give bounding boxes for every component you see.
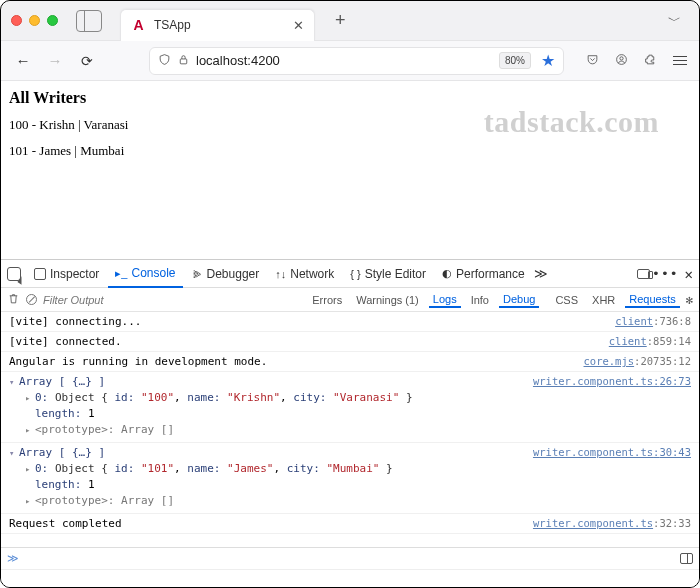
address-bar[interactable]: localhost:4200 80% ★ bbox=[149, 47, 564, 75]
disclosure-triangle-icon[interactable] bbox=[9, 445, 19, 461]
filter-requests[interactable]: Requests bbox=[625, 292, 679, 308]
console-icon: ▸_ bbox=[115, 267, 127, 280]
log-message: [vite] connecting... bbox=[9, 315, 141, 328]
console-filterbar: Errors Warnings (1) Logs Info Debug CSS … bbox=[1, 288, 699, 312]
filter-info[interactable]: Info bbox=[467, 293, 493, 307]
filter-errors[interactable]: Errors bbox=[308, 293, 346, 307]
tab-label: Performance bbox=[456, 267, 525, 281]
log-line: [vite] connected. client:859:14 bbox=[1, 332, 699, 352]
close-window-button[interactable] bbox=[11, 15, 22, 26]
forward-button: → bbox=[45, 52, 65, 69]
log-source[interactable]: client:736:8 bbox=[615, 315, 691, 327]
url-text: localhost:4200 bbox=[196, 53, 280, 68]
svg-rect-0 bbox=[180, 58, 187, 63]
menu-hamburger-icon[interactable] bbox=[673, 56, 687, 66]
array-header: Array [ {…} ] bbox=[19, 446, 105, 459]
disclosure-triangle-icon[interactable] bbox=[25, 422, 35, 438]
page-content: tadstack.com All Writers 100 - Krishn | … bbox=[1, 81, 699, 259]
console-prompt-icon: ≫ bbox=[7, 552, 19, 565]
extensions-icon[interactable] bbox=[644, 53, 657, 69]
log-message: Angular is running in development mode. bbox=[9, 355, 267, 368]
maximize-window-button[interactable] bbox=[47, 15, 58, 26]
new-tab-button[interactable]: + bbox=[335, 10, 346, 31]
writer-line: 100 - Krishn | Varanasi bbox=[9, 117, 691, 133]
tab-label: Style Editor bbox=[365, 267, 426, 281]
log-source[interactable]: client:859:14 bbox=[609, 335, 691, 347]
clear-console-icon[interactable] bbox=[7, 292, 20, 308]
log-message: Request completed bbox=[9, 517, 122, 530]
disclosure-triangle-icon[interactable] bbox=[25, 461, 35, 477]
tab-label: Console bbox=[131, 266, 175, 280]
log-line: Angular is running in development mode. … bbox=[1, 352, 699, 372]
console-log-area: [vite] connecting... client:736:8 [vite]… bbox=[1, 312, 699, 547]
filter-debug[interactable]: Debug bbox=[499, 292, 539, 308]
shield-icon bbox=[158, 53, 171, 69]
pocket-icon[interactable] bbox=[586, 53, 599, 69]
log-source[interactable]: core.mjs:20735:12 bbox=[584, 355, 691, 367]
window-titlebar: A TSApp ✕ + ﹀ bbox=[1, 1, 699, 41]
devtools-tabbar: Inspector ▸_Console ⫸Debugger ↑↓Network … bbox=[1, 260, 699, 288]
tab-network[interactable]: ↑↓Network bbox=[268, 260, 341, 287]
network-icon: ↑↓ bbox=[275, 268, 286, 280]
traffic-lights bbox=[11, 15, 58, 26]
disclosure-triangle-icon[interactable] bbox=[9, 374, 19, 390]
filter-warnings[interactable]: Warnings (1) bbox=[352, 293, 423, 307]
tab-title: TSApp bbox=[154, 18, 285, 32]
filter-css[interactable]: CSS bbox=[551, 293, 582, 307]
filter-output-input[interactable] bbox=[43, 294, 163, 306]
array-header: Array [ {…} ] bbox=[19, 375, 105, 388]
tab-performance[interactable]: ◐Performance bbox=[435, 260, 532, 287]
close-tab-icon[interactable]: ✕ bbox=[293, 18, 304, 33]
back-button[interactable]: ← bbox=[13, 52, 33, 69]
tab-label: Network bbox=[290, 267, 334, 281]
browser-toolbar: ← → ⟳ localhost:4200 80% ★ bbox=[1, 41, 699, 81]
debugger-icon: ⫸ bbox=[192, 268, 203, 280]
devtools-panel: Inspector ▸_Console ⫸Debugger ↑↓Network … bbox=[1, 259, 699, 587]
minimize-window-button[interactable] bbox=[29, 15, 40, 26]
disclosure-triangle-icon[interactable] bbox=[25, 390, 35, 406]
console-settings-icon[interactable]: ✻ bbox=[686, 293, 693, 307]
disable-icon[interactable] bbox=[26, 294, 37, 305]
devtools-menu-icon[interactable]: ••• bbox=[652, 266, 678, 281]
log-object[interactable]: Array [ {…} ] writer.component.ts:30:43 … bbox=[1, 443, 699, 514]
tab-debugger[interactable]: ⫸Debugger bbox=[185, 260, 267, 287]
performance-icon: ◐ bbox=[442, 267, 452, 280]
log-source[interactable]: writer.component.ts:30:43 bbox=[533, 445, 691, 461]
log-source[interactable]: writer.component.ts:32:33 bbox=[533, 517, 691, 529]
tabs-overflow-chevron-icon[interactable]: ﹀ bbox=[660, 12, 689, 30]
log-object[interactable]: Array [ {…} ] writer.component.ts:26:73 … bbox=[1, 372, 699, 443]
tab-label: Debugger bbox=[207, 267, 260, 281]
style-editor-icon: { } bbox=[350, 268, 360, 280]
svg-point-2 bbox=[620, 56, 623, 59]
element-picker-icon[interactable] bbox=[7, 267, 21, 281]
tab-label: Inspector bbox=[50, 267, 99, 281]
reload-button[interactable]: ⟳ bbox=[77, 53, 97, 69]
tab-style-editor[interactable]: { }Style Editor bbox=[343, 260, 433, 287]
tab-console[interactable]: ▸_Console bbox=[108, 261, 182, 288]
account-icon[interactable] bbox=[615, 53, 628, 69]
responsive-design-icon[interactable] bbox=[637, 269, 650, 279]
log-line: [vite] connecting... client:736:8 bbox=[1, 312, 699, 332]
writer-line: 101 - James | Mumbai bbox=[9, 143, 691, 159]
console-input-line[interactable]: ≫ bbox=[1, 547, 699, 569]
bookmark-star-icon[interactable]: ★ bbox=[541, 51, 555, 70]
disclosure-triangle-icon[interactable] bbox=[25, 493, 35, 509]
split-console-icon[interactable] bbox=[680, 553, 693, 564]
angular-favicon-icon: A bbox=[131, 18, 146, 33]
log-line: Request completed writer.component.ts:32… bbox=[1, 514, 699, 534]
filter-logs[interactable]: Logs bbox=[429, 292, 461, 308]
devtools-footer bbox=[1, 569, 699, 587]
log-source[interactable]: writer.component.ts:26:73 bbox=[533, 374, 691, 390]
close-devtools-icon[interactable]: ✕ bbox=[685, 266, 693, 282]
browser-tab[interactable]: A TSApp ✕ bbox=[120, 9, 315, 41]
tabs-overflow-icon[interactable]: ≫ bbox=[534, 266, 548, 281]
log-message: [vite] connected. bbox=[9, 335, 122, 348]
page-heading: All Writers bbox=[9, 89, 691, 107]
lock-icon bbox=[177, 53, 190, 69]
sidebar-toggle-icon[interactable] bbox=[76, 10, 102, 32]
filter-xhr[interactable]: XHR bbox=[588, 293, 619, 307]
tab-inspector[interactable]: Inspector bbox=[27, 260, 106, 287]
inspector-icon bbox=[34, 268, 46, 280]
zoom-level-badge[interactable]: 80% bbox=[499, 52, 531, 69]
